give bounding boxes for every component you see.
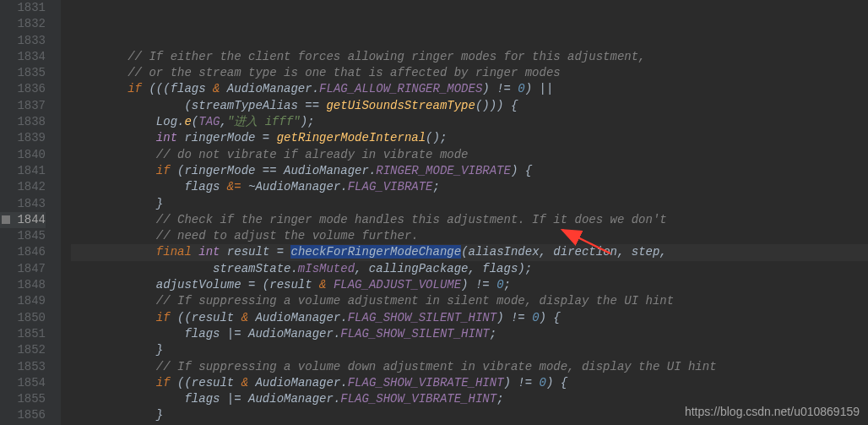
code-line[interactable]: int ringerMode = getRingerModeInternal()… xyxy=(71,130,868,146)
line-number[interactable]: 1849 xyxy=(0,293,46,309)
code-line[interactable]: // If suppressing a volume down adjustme… xyxy=(71,359,868,375)
line-number[interactable]: 1851 xyxy=(0,326,46,342)
line-number[interactable]: 1840 xyxy=(0,147,46,163)
line-number[interactable]: 1845 xyxy=(0,228,46,244)
code-line[interactable]: if (ringerMode == AudioManager.RINGER_MO… xyxy=(71,163,868,179)
line-number[interactable]: 1841 xyxy=(0,163,46,179)
code-line[interactable]: } xyxy=(71,196,868,212)
line-number[interactable]: 1855 xyxy=(0,391,46,407)
line-number[interactable]: 1836 xyxy=(0,81,46,97)
code-line[interactable]: // Check if the ringer mode handles this… xyxy=(71,212,868,228)
code-line[interactable]: Log.e(TAG,"进入 ifff"); xyxy=(71,114,868,130)
line-number[interactable]: 1842 xyxy=(0,179,46,195)
code-line[interactable]: // do not vibrate if already in vibrate … xyxy=(71,147,868,163)
line-number[interactable]: 1834 xyxy=(0,49,46,65)
line-number[interactable]: 1850 xyxy=(0,310,46,326)
line-number[interactable]: 1833 xyxy=(0,33,46,49)
line-number[interactable]: 1832 xyxy=(0,16,46,32)
line-number[interactable]: 1839 xyxy=(0,130,46,146)
line-number[interactable]: 1856 xyxy=(0,407,46,423)
line-number[interactable]: 1846 xyxy=(0,244,46,260)
code-line[interactable]: // need to adjust the volume further. xyxy=(71,228,868,244)
line-number[interactable]: 1831 xyxy=(0,0,46,16)
code-line[interactable]: (streamTypeAlias == getUiSoundsStreamTyp… xyxy=(71,98,868,114)
code-line[interactable]: flags |= AudioManager.FLAG_SHOW_SILENT_H… xyxy=(71,326,868,342)
code-line[interactable]: if (((flags & AudioManager.FLAG_ALLOW_RI… xyxy=(71,81,868,97)
code-line[interactable]: adjustVolume = (result & FLAG_ADJUST_VOL… xyxy=(71,277,868,293)
code-line[interactable]: if ((result & AudioManager.FLAG_SHOW_VIB… xyxy=(71,375,868,391)
code-line[interactable]: // If either the client forces allowing … xyxy=(71,49,868,65)
code-line[interactable]: flags &= ~AudioManager.FLAG_VIBRATE; xyxy=(71,179,868,195)
line-gutter: 1831183218331834183518361837183818391840… xyxy=(0,0,61,425)
code-line[interactable] xyxy=(71,33,868,49)
code-line[interactable]: // If suppressing a volume adjustment in… xyxy=(71,293,868,309)
code-line[interactable]: } xyxy=(71,342,868,358)
line-number[interactable]: 1847 xyxy=(0,261,46,277)
code-line[interactable]: streamState.mIsMuted, callingPackage, fl… xyxy=(71,261,868,277)
code-line[interactable]: // or the stream type is one that is aff… xyxy=(71,65,868,81)
line-number[interactable]: 1853 xyxy=(0,359,46,375)
watermark-text: https://blog.csdn.net/u010869159 xyxy=(685,404,860,420)
code-editor[interactable]: 1831183218331834183518361837183818391840… xyxy=(0,0,868,425)
code-line[interactable]: if ((result & AudioManager.FLAG_SHOW_SIL… xyxy=(71,310,868,326)
code-line[interactable]: final int result = checkForRingerModeCha… xyxy=(71,244,868,260)
line-number[interactable]: 1843 xyxy=(0,196,46,212)
line-number[interactable]: 1835 xyxy=(0,65,46,81)
code-area[interactable]: // If either the client forces allowing … xyxy=(61,0,868,425)
line-number[interactable]: 1854 xyxy=(0,375,46,391)
line-number[interactable]: 1852 xyxy=(0,342,46,358)
line-number[interactable]: 1844 xyxy=(0,212,46,228)
line-number[interactable]: 1838 xyxy=(0,114,46,130)
line-number[interactable]: 1848 xyxy=(0,277,46,293)
line-number[interactable]: 1837 xyxy=(0,98,46,114)
